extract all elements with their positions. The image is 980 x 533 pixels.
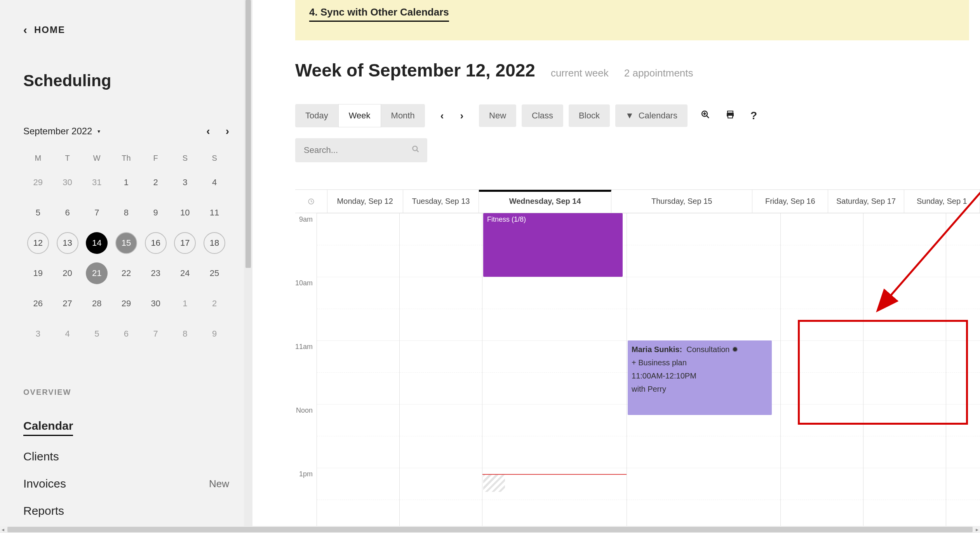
sidebar-scrollbar[interactable]: ▴ — [244, 0, 252, 533]
month-view-button[interactable]: Month — [381, 104, 425, 127]
mini-cal-day[interactable]: 8 — [171, 319, 200, 349]
day-column[interactable]: Fitness (1/8) — [482, 213, 627, 531]
mini-cal-day[interactable]: 24 — [171, 258, 200, 288]
blocked-time[interactable] — [483, 474, 505, 492]
scrollbar-thumb[interactable] — [245, 0, 251, 268]
day-header[interactable]: Thursday, Sep 15 — [611, 190, 752, 213]
sidebar: ▴ ‹ HOME Scheduling September 2022 ▾ ‹ ›… — [0, 0, 252, 533]
mini-cal-day[interactable]: 26 — [23, 288, 53, 319]
mini-cal-day[interactable]: 14 — [82, 228, 111, 258]
mini-cal-day[interactable]: 4 — [200, 167, 229, 198]
mini-cal-day[interactable]: 3 — [171, 167, 200, 198]
search-input[interactable] — [295, 138, 427, 162]
day-header[interactable]: Tuesday, Sep 13 — [403, 190, 479, 213]
scroll-left-icon[interactable]: ◂ — [0, 526, 6, 533]
day-header[interactable]: Saturday, Sep 17 — [828, 190, 904, 213]
next-week-button[interactable]: › — [454, 106, 470, 126]
mini-cal-day[interactable]: 22 — [111, 258, 141, 288]
week-view-button[interactable]: Week — [338, 104, 381, 127]
mini-cal-day[interactable]: 6 — [53, 198, 82, 228]
mini-cal-day[interactable]: 13 — [53, 228, 82, 258]
mini-cal-day[interactable]: 25 — [200, 258, 229, 288]
mini-cal-day[interactable]: 18 — [200, 228, 229, 258]
event-fitness[interactable]: Fitness (1/8) — [483, 213, 623, 277]
mini-cal-day[interactable]: 5 — [23, 198, 53, 228]
block-button[interactable]: Block — [569, 104, 610, 127]
banner-step-link[interactable]: 4. Sync with Other Calendars — [309, 6, 449, 22]
mini-cal-day[interactable]: 5 — [82, 319, 111, 349]
horizontal-scrollbar[interactable]: ◂ ▸ — [0, 526, 980, 533]
mini-cal-day[interactable]: 31 — [82, 167, 111, 198]
day-column[interactable]: Maria Sunkis: Consultation✹+ Business pl… — [627, 213, 781, 531]
scrollbar-track[interactable] — [7, 527, 973, 532]
svg-line-8 — [417, 150, 419, 152]
class-button[interactable]: Class — [522, 104, 563, 127]
mini-cal-day[interactable]: 30 — [141, 288, 171, 319]
mini-cal-day[interactable]: 17 — [171, 228, 200, 258]
mini-cal-day[interactable]: 27 — [53, 288, 82, 319]
day-column[interactable] — [946, 213, 980, 531]
next-month-button[interactable]: › — [226, 125, 229, 137]
mini-cal-day[interactable]: 7 — [141, 319, 171, 349]
mini-cal-dow: M — [23, 149, 53, 167]
mini-cal-day[interactable]: 29 — [23, 167, 53, 198]
today-button[interactable]: Today — [295, 104, 338, 127]
scroll-right-icon[interactable]: ▸ — [974, 526, 980, 533]
mini-cal-day[interactable]: 9 — [141, 198, 171, 228]
star-icon: ✹ — [732, 343, 738, 356]
mini-cal-day[interactable]: 10 — [171, 198, 200, 228]
print-icon[interactable] — [726, 110, 735, 122]
prev-week-button[interactable]: ‹ — [434, 106, 450, 126]
mini-cal-day[interactable]: 9 — [200, 319, 229, 349]
search-wrap — [295, 138, 427, 162]
day-column[interactable] — [863, 213, 946, 531]
mini-cal-day[interactable]: 20 — [53, 258, 82, 288]
mini-cal-day[interactable]: 19 — [23, 258, 53, 288]
nav-item-label: Invoices — [23, 477, 66, 490]
time-label: 9am — [295, 213, 317, 277]
day-column[interactable] — [317, 213, 400, 531]
day-header[interactable]: Friday, Sep 16 — [752, 190, 828, 213]
mini-cal-day[interactable]: 3 — [23, 319, 53, 349]
time-label: 11am — [295, 340, 317, 404]
mini-cal-day[interactable]: 30 — [53, 167, 82, 198]
day-column[interactable] — [400, 213, 482, 531]
new-button[interactable]: New — [479, 104, 516, 127]
sidebar-nav-item[interactable]: Clients — [23, 443, 229, 470]
sidebar-nav-item[interactable]: Calendar — [23, 412, 229, 443]
mini-cal-day[interactable]: 23 — [141, 258, 171, 288]
mini-cal-day[interactable]: 29 — [111, 288, 141, 319]
mini-cal-day[interactable]: 11 — [200, 198, 229, 228]
mini-cal-dow: W — [82, 149, 111, 167]
day-header[interactable]: Sunday, Sep 1 — [904, 190, 980, 213]
mini-cal-day[interactable]: 8 — [111, 198, 141, 228]
mini-cal-day[interactable]: 2 — [200, 288, 229, 319]
month-selector[interactable]: September 2022 ▾ — [23, 126, 100, 137]
mini-cal-day[interactable]: 7 — [82, 198, 111, 228]
day-header[interactable]: Wednesday, Sep 14 — [479, 190, 611, 213]
svg-rect-6 — [728, 115, 733, 118]
mini-cal-day[interactable]: 2 — [141, 167, 171, 198]
mini-cal-day[interactable]: 28 — [82, 288, 111, 319]
sidebar-nav-item[interactable]: InvoicesNew — [23, 470, 229, 497]
mini-cal-day[interactable]: 4 — [53, 319, 82, 349]
now-indicator — [482, 474, 627, 475]
calendars-filter-button[interactable]: ▼ Calendars — [615, 104, 688, 127]
day-column[interactable] — [781, 213, 863, 531]
prev-month-button[interactable]: ‹ — [206, 125, 210, 137]
zoom-icon[interactable] — [701, 110, 710, 122]
mini-cal-dow: S — [200, 149, 229, 167]
mini-cal-day[interactable]: 15 — [111, 228, 141, 258]
sidebar-nav-item[interactable]: Reports — [23, 497, 229, 524]
mini-cal-day[interactable]: 21 — [82, 258, 111, 288]
home-link[interactable]: ‹ HOME — [23, 23, 229, 36]
mini-cal-day[interactable]: 12 — [23, 228, 53, 258]
event-appointment[interactable]: Maria Sunkis: Consultation✹+ Business pl… — [628, 340, 772, 415]
day-header[interactable]: Monday, Sep 12 — [327, 190, 403, 213]
mini-cal-day[interactable]: 6 — [111, 319, 141, 349]
help-icon[interactable]: ? — [750, 109, 757, 122]
mini-cal-day[interactable]: 1 — [111, 167, 141, 198]
chevron-left-icon: ‹ — [23, 23, 27, 36]
mini-cal-day[interactable]: 16 — [141, 228, 171, 258]
mini-cal-day[interactable]: 1 — [171, 288, 200, 319]
